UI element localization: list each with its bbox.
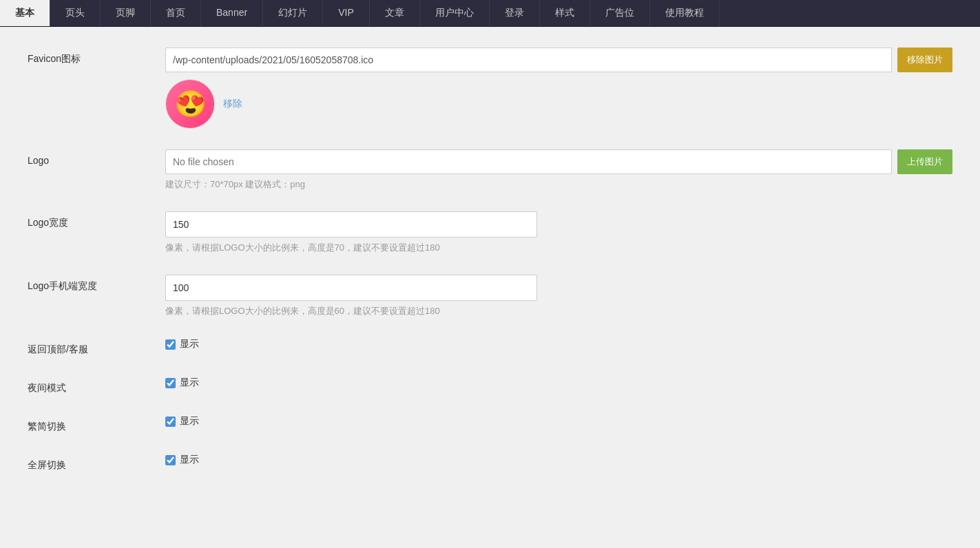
fullscreen-checkbox-row: 显示	[165, 454, 952, 466]
back-to-top-label: 返回顶部/客服	[28, 338, 165, 356]
logo-input[interactable]	[165, 149, 892, 174]
logo-control: 上传图片 建议尺寸：70*70px 建议格式：png	[165, 149, 952, 191]
logo-width-label: Logo宽度	[28, 211, 165, 229]
favicon-input[interactable]	[165, 48, 892, 72]
trad-simp-checkbox[interactable]	[165, 417, 176, 427]
logo-mobile-width-row: Logo手机端宽度 像素，请根据LOGO大小的比例来，高度是60，建议不要设置超…	[28, 275, 952, 317]
tab-item-banner[interactable]: Banner	[201, 0, 263, 26]
fullscreen-checkbox-label: 显示	[180, 454, 199, 466]
favicon-preview: 😍 移除	[165, 79, 952, 129]
logo-input-row: 上传图片	[165, 149, 952, 174]
trad-simp-checkbox-label: 显示	[180, 415, 199, 428]
tab-item-header[interactable]: 页头	[50, 0, 101, 26]
favicon-remove-button[interactable]: 移除图片	[897, 48, 952, 72]
logo-width-input[interactable]	[165, 211, 537, 238]
fullscreen-label: 全屏切换	[28, 454, 165, 472]
favicon-control: 移除图片 😍 移除	[165, 48, 952, 129]
main-content: Favicon图标 移除图片 😍 移除 Logo 上传图片 建议尺寸：70*70…	[0, 27, 980, 546]
tab-item-home[interactable]: 首页	[151, 0, 201, 26]
logo-mobile-width-hint: 像素，请根据LOGO大小的比例来，高度是60，建议不要设置超过180	[165, 305, 952, 317]
back-to-top-checkbox-row: 显示	[165, 338, 952, 350]
logo-label: Logo	[28, 149, 165, 166]
trad-simp-label: 繁简切换	[28, 415, 165, 433]
logo-width-hint: 像素，请根据LOGO大小的比例来，高度是70，建议不要设置超过180	[165, 242, 952, 254]
logo-mobile-width-control: 像素，请根据LOGO大小的比例来，高度是60，建议不要设置超过180	[165, 275, 952, 317]
night-mode-checkbox-row: 显示	[165, 377, 952, 389]
trad-simp-control: 显示	[165, 415, 952, 428]
night-mode-label: 夜间模式	[28, 377, 165, 394]
favicon-label: Favicon图标	[28, 48, 165, 65]
trad-simp-row: 繁简切换 显示	[28, 415, 952, 433]
favicon-input-row: 移除图片	[165, 48, 952, 72]
logo-mobile-width-label: Logo手机端宽度	[28, 275, 165, 293]
logo-hint: 建议尺寸：70*70px 建议格式：png	[165, 178, 952, 191]
tab-item-basic[interactable]: 基本	[0, 0, 50, 26]
favicon-row: Favicon图标 移除图片 😍 移除	[28, 48, 952, 129]
tab-item-style[interactable]: 样式	[540, 0, 590, 26]
tab-item-usercenter[interactable]: 用户中心	[420, 0, 490, 26]
tab-item-vip[interactable]: VIP	[323, 0, 370, 26]
fullscreen-row: 全屏切换 显示	[28, 454, 952, 472]
back-to-top-control: 显示	[165, 338, 952, 350]
logo-mobile-width-input[interactable]	[165, 275, 537, 301]
night-mode-control: 显示	[165, 377, 952, 389]
logo-upload-button[interactable]: 上传图片	[897, 149, 952, 174]
fullscreen-control: 显示	[165, 454, 952, 466]
night-mode-checkbox-label: 显示	[180, 377, 199, 389]
favicon-remove-link[interactable]: 移除	[223, 98, 242, 110]
night-mode-checkbox[interactable]	[165, 378, 176, 388]
favicon-image: 😍	[165, 79, 215, 129]
tab-bar: 基本页头页脚首页Banner幻灯片VIP文章用户中心登录样式广告位使用教程	[0, 0, 980, 27]
tab-item-slideshow[interactable]: 幻灯片	[263, 0, 323, 26]
back-to-top-checkbox[interactable]	[165, 339, 176, 350]
tab-item-footer[interactable]: 页脚	[101, 0, 151, 26]
night-mode-row: 夜间模式 显示	[28, 377, 952, 394]
logo-row: Logo 上传图片 建议尺寸：70*70px 建议格式：png	[28, 149, 952, 191]
logo-width-control: 像素，请根据LOGO大小的比例来，高度是70，建议不要设置超过180	[165, 211, 952, 254]
tab-item-tutorial[interactable]: 使用教程	[650, 0, 720, 26]
trad-simp-checkbox-row: 显示	[165, 415, 952, 428]
logo-width-row: Logo宽度 像素，请根据LOGO大小的比例来，高度是70，建议不要设置超过18…	[28, 211, 952, 254]
fullscreen-checkbox[interactable]	[165, 455, 176, 465]
tab-item-adspace[interactable]: 广告位	[590, 0, 650, 26]
tab-item-login[interactable]: 登录	[490, 0, 540, 26]
tab-item-article[interactable]: 文章	[370, 0, 420, 26]
back-to-top-checkbox-label: 显示	[180, 338, 199, 350]
back-to-top-row: 返回顶部/客服 显示	[28, 338, 952, 356]
